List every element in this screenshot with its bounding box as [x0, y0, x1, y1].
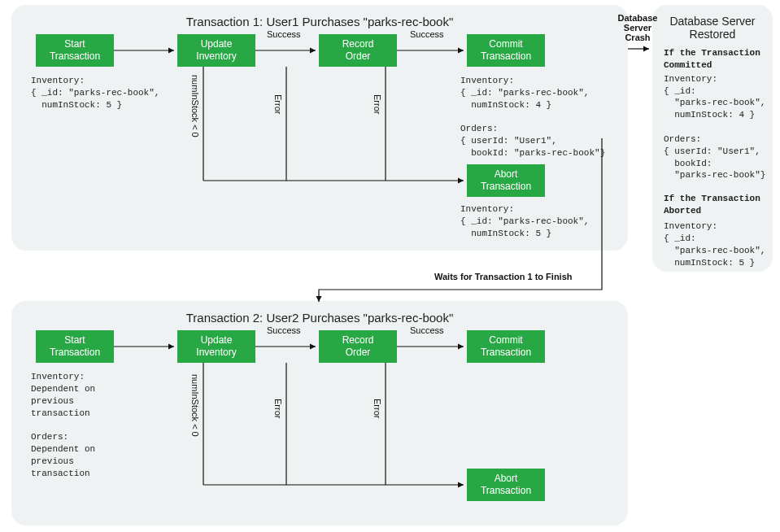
step-label: Start Transaction	[50, 334, 100, 359]
step-label: Record Order	[342, 38, 374, 63]
step-label: Abort Transaction	[481, 473, 531, 497]
panel-database-restored: Database Server Restored If the Transact…	[652, 5, 773, 272]
side-body2: Inventory: { _id: "parks-rec-book", numI…	[664, 220, 761, 268]
label-error-1a: Error	[273, 94, 283, 114]
step-label: Commit Transaction	[481, 38, 531, 63]
step-label: Abort Transaction	[481, 168, 531, 193]
label-waits: Waits for Transaction 1 to Finish	[434, 272, 573, 281]
step-label: Update Inventory	[196, 334, 236, 359]
step-commit-2: Commit Transaction	[467, 330, 545, 363]
panel-2-title: Transaction 2: User2 Purchases "parks-re…	[23, 311, 617, 325]
info-commit-1: Inventory: { _id: "parks-rec-book", numI…	[460, 75, 605, 159]
info-start-2: Inventory: Dependent on previous transac…	[31, 371, 95, 480]
side-h1: If the Transaction Committed	[664, 47, 761, 72]
label-error-1b: Error	[373, 94, 382, 114]
panel-1-title: Transaction 1: User1 Purchases "parks-re…	[23, 15, 617, 28]
side-body1: Inventory: { _id: "parks-rec-book", numI…	[664, 73, 761, 182]
label-error-2a: Error	[273, 399, 283, 418]
step-label: Start Transaction	[50, 38, 100, 63]
side-title: Database Server Restored	[664, 15, 761, 41]
step-label: Update Inventory	[196, 38, 236, 63]
label-numinstock-1: numInStock < 0	[190, 75, 200, 137]
info-abort-1: Inventory: { _id: "parks-rec-book", numI…	[460, 203, 589, 240]
step-label: Commit Transaction	[481, 334, 531, 359]
label-success-2a: Success	[267, 325, 301, 335]
step-label: Record Order	[342, 334, 374, 359]
step-start-1: Start Transaction	[36, 34, 114, 67]
label-error-2b: Error	[373, 399, 382, 418]
step-update-2: Update Inventory	[177, 330, 255, 363]
label-success-1b: Success	[410, 29, 444, 39]
label-success-1a: Success	[267, 29, 301, 39]
label-numinstock-2: numInStock < 0	[190, 374, 200, 437]
step-record-1: Record Order	[319, 34, 397, 67]
panel-transaction-1: Transaction 1: User1 Purchases "parks-re…	[11, 5, 628, 251]
label-crash: Database Server Crash	[605, 13, 670, 42]
step-abort-2: Abort Transaction	[467, 469, 545, 501]
side-h2: If the Transaction Aborted	[664, 193, 761, 217]
step-start-2: Start Transaction	[36, 330, 114, 363]
label-success-2b: Success	[410, 325, 444, 335]
info-start-1: Inventory: { _id: "parks-rec-book", numI…	[31, 75, 159, 111]
step-record-2: Record Order	[319, 330, 397, 363]
step-abort-1: Abort Transaction	[467, 164, 545, 197]
step-update-1: Update Inventory	[177, 34, 255, 67]
panel-transaction-2: Transaction 2: User2 Purchases "parks-re…	[11, 301, 628, 525]
step-commit-1: Commit Transaction	[467, 34, 545, 67]
